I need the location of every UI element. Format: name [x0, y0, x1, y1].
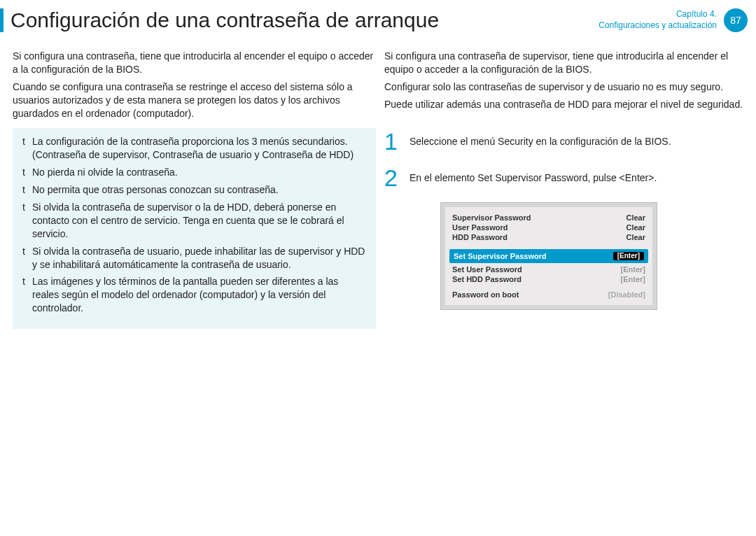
content-area: Si conﬁgura una contraseña, tiene que in… [0, 50, 756, 329]
bios-row: Supervisor Password Clear [452, 213, 645, 223]
step-1: 1 Seleccione el menú Security en la conﬁ… [384, 129, 748, 153]
bios-value: [Disabled] [608, 290, 645, 299]
bios-value: [Enter] [621, 275, 645, 283]
bios-row: Set HDD Password [Enter] [452, 274, 645, 284]
intro-paragraph-1: Si conﬁgura una contraseña, tiene que in… [13, 50, 376, 76]
bios-label: Password on boot [452, 290, 519, 299]
bios-row: Set User Password [Enter] [452, 265, 645, 274]
page-title: Conﬁguración de una contraseña de arranq… [10, 8, 439, 32]
note-item: Las imágenes y los términos de la pantal… [22, 275, 366, 315]
bios-label: HDD Password [452, 233, 507, 241]
note-item: No pierda ni olvide la contraseña. [22, 166, 366, 179]
note-item: Si olvida la contraseña de supervisor o … [22, 201, 366, 241]
title-bar: Conﬁguración de una contraseña de arranq… [0, 8, 439, 32]
step-number: 1 [384, 129, 401, 153]
bios-label: Supervisor Password [452, 213, 531, 222]
note-item: Si olvida la contraseña de usuario, pued… [22, 245, 366, 271]
bios-value: Clear [626, 233, 645, 241]
bios-label: User Password [452, 223, 507, 232]
note-item: No permita que otras personas conozcan s… [22, 183, 366, 197]
step-text: En el elemento Set Supervisor Password, … [410, 166, 657, 190]
bios-panel: Supervisor Password Clear User Password … [440, 202, 657, 310]
chapter-line2: Conﬁguraciones y actualización [598, 20, 717, 31]
supervisor-paragraph-3: Puede utilizar además una contraseña de … [384, 98, 748, 111]
notes-list: La conﬁguración de la contraseña proporc… [22, 135, 366, 315]
right-column: Si conﬁgura una contraseña de supervisor… [382, 50, 748, 329]
supervisor-paragraph-2: Conﬁgurar solo las contraseñas de superv… [384, 80, 748, 94]
bios-row: Password on boot [Disabled] [452, 290, 645, 299]
chapter-line1: Capítulo 4. [598, 9, 717, 20]
left-column: Si conﬁgura una contraseña, tiene que in… [13, 50, 382, 329]
header-meta: Capítulo 4. Conﬁguraciones y actualizaci… [598, 8, 756, 32]
page-number-badge: 87 [724, 8, 748, 32]
bios-label: Set Supervisor Password [454, 252, 547, 260]
bios-row-selected: Set Supervisor Password [Enter] [449, 249, 648, 263]
bios-row: User Password Clear [452, 223, 645, 232]
bios-separator [452, 242, 645, 248]
bios-inner: Supervisor Password Clear User Password … [445, 207, 652, 305]
page-header: Conﬁguración de una contraseña de arranq… [0, 0, 756, 50]
steps-list: 1 Seleccione el menú Security en la conﬁ… [384, 129, 748, 190]
bios-label: Set User Password [452, 265, 522, 274]
step-2: 2 En el elemento Set Supervisor Password… [384, 166, 748, 190]
bios-value: Clear [626, 223, 645, 232]
bios-row: HDD Password Clear [452, 232, 645, 242]
intro-paragraph-2: Cuando se conﬁgura una contraseña se res… [13, 80, 376, 120]
bios-value: [Enter] [613, 252, 644, 260]
notes-box: La conﬁguración de la contraseña proporc… [13, 128, 376, 329]
bios-value: Clear [626, 213, 645, 222]
note-item: La conﬁguración de la contraseña proporc… [22, 135, 366, 162]
chapter-block: Capítulo 4. Conﬁguraciones y actualizaci… [598, 9, 717, 31]
bios-separator [452, 284, 645, 290]
step-text: Seleccione el menú Security en la conﬁgu… [410, 129, 671, 153]
bios-value: [Enter] [621, 265, 645, 274]
step-number: 2 [384, 166, 401, 190]
supervisor-paragraph-1: Si conﬁgura una contraseña de supervisor… [384, 50, 748, 76]
bios-label: Set HDD Password [452, 275, 522, 283]
